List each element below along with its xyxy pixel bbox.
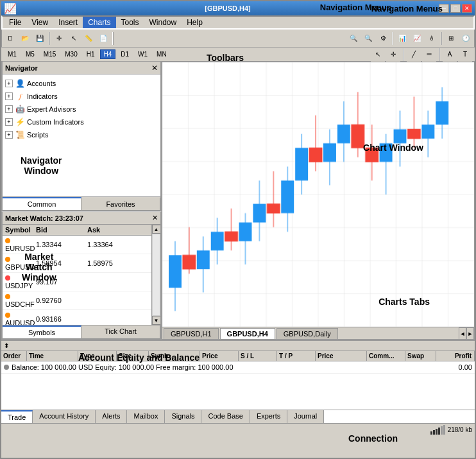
tf-d1[interactable]: D1 [117,49,133,59]
toolbar-sep2 [112,32,114,45]
tf-h4[interactable]: H4 [100,49,116,59]
chart-tab-daily[interactable]: GBPUSD,Daily [276,328,338,339]
toolbar-sep4 [441,32,442,45]
mw-symbol-eurusd: EURUSD [5,237,36,252]
market-watch-panel: Market Watch: 23:23:07 ✕ Symbol Bid Ask [1,211,162,340]
mw-content: Symbol Bid Ask EURUSD 1.33344 1.33364 GB… [3,225,160,325]
menu-charts[interactable]: Charts [83,17,115,28]
menu-tools[interactable]: Tools [116,17,144,28]
nav-expand-expert[interactable]: + [5,105,13,113]
terminal-tab-alerts[interactable]: Alerts [96,410,127,423]
nav-tab-common[interactable]: Common [3,197,81,210]
mw-scroll-up[interactable]: ▲ [152,225,161,234]
mw-row-gbpusd[interactable]: GBPUSD 1.58954 1.58975 [3,254,151,273]
terminal-col-swap: Swap [405,351,436,361]
minimize-btn[interactable]: ─ [439,4,449,13]
toolbar-chart-type1[interactable]: 📊 [395,31,409,46]
chart-area[interactable]: GBPUSD,H1 GBPUSD,H4 GBPUSD,Daily ◄ ► [162,62,475,340]
bar3 [436,429,438,435]
menu-insert[interactable]: Insert [53,17,83,28]
toolbar-clock[interactable]: 🕐 [459,31,473,46]
terminal-tab-codebase[interactable]: Code Base [201,410,250,423]
toolbar-grid[interactable]: ⊞ [444,31,458,46]
mw-row-audusd[interactable]: AUDUSD 0.93166 [3,310,151,325]
nav-tab-favorites[interactable]: Favorites [81,197,160,210]
nav-item-custom[interactable]: + ⚡ Custom Indicators [5,116,158,128]
nav-expand-accounts[interactable]: + [5,80,13,87]
mw-scrollbar[interactable]: ▲ ▼ [151,225,160,325]
mw-scroll-track[interactable] [152,234,160,316]
tf-cursor[interactable]: ↖ [371,48,385,62]
terminal-tab-signals[interactable]: Signals [165,410,201,423]
chart-tab-right[interactable]: ► [466,327,474,339]
bar4 [438,428,440,435]
status-connection-text: 218/0 kb [448,426,472,433]
toolbar-zoomout[interactable]: 🔍 [361,31,375,46]
mw-close-btn[interactable]: ✕ [152,214,158,222]
toolbar-cross[interactable]: ✛ [52,31,66,46]
terminal-tab-journal[interactable]: Journal [287,410,324,423]
nav-item-accounts[interactable]: + 👤 Accounts [5,77,158,90]
tf-mn[interactable]: MN [153,49,171,59]
toolbar-sep3 [392,32,393,45]
toolbar-arrow[interactable]: ↖ [67,31,81,46]
nav-item-expert[interactable]: + 🤖 Expert Advisors [5,103,158,116]
nav-expand-scripts[interactable]: + [5,131,13,139]
tf-text[interactable]: T [458,48,472,62]
bar5 [441,426,443,435]
menu-window[interactable]: Window [144,17,182,28]
mw-scroll-down[interactable]: ▼ [152,316,161,325]
tf-m30[interactable]: M30 [61,49,81,59]
menu-file[interactable]: File [4,17,26,28]
terminal-tab-account-history[interactable]: Account History [33,410,96,423]
mw-row-usdchf[interactable]: USDCHF 0.92760 [3,291,151,310]
tf-w1[interactable]: W1 [134,49,151,59]
mw-symbol-gbpusd: GBPUSD [5,255,36,271]
navigator-close-btn[interactable]: ✕ [151,64,158,73]
menu-help[interactable]: Help [182,17,208,28]
toolbar-new[interactable]: 🗋 [3,31,17,46]
tf-crosshair[interactable]: ✛ [386,48,400,62]
nav-expand-custom[interactable]: + [5,118,13,126]
toolbar-line[interactable]: 📏 [81,31,96,46]
mw-header: Market Watch: 23:23:07 ✕ [3,212,160,225]
tf-m1[interactable]: M1 [4,49,21,59]
mw-row-eurusd[interactable]: EURUSD 1.33344 1.33364 [3,236,151,254]
toolbar-zoomin[interactable]: 🔍 [346,31,361,46]
terminal-resize-icon[interactable]: ⬍ [4,342,9,349]
toolbar-properties[interactable]: ⚙ [376,31,390,46]
mw-tab-tickchart[interactable]: Tick Chart [81,325,160,338]
mw-tab-symbols[interactable]: Symbols [3,325,81,338]
menu-view[interactable]: View [26,17,53,28]
right-panel: GBPUSD,H1 GBPUSD,H4 GBPUSD,Daily ◄ ► [162,62,475,340]
mw-row-usdjpy[interactable]: USDJPY 99.107 [3,273,151,291]
navigator-header: Navigator ✕ [3,62,160,74]
tf-h1[interactable]: H1 [83,49,99,59]
restore-btn[interactable]: □ [450,4,461,13]
close-btn[interactable]: ✕ [462,4,472,13]
tf-a[interactable]: A [443,48,457,62]
indicators-icon: 𝑓 [15,91,25,101]
toolbar-page[interactable]: 📄 [96,31,110,46]
terminal-tab-mailbox[interactable]: Mailbox [127,410,165,423]
tf-hline[interactable]: ═ [422,48,436,62]
toolbar-chart-type3[interactable]: 🕯 [425,31,439,46]
chart-tab-h1[interactable]: GBPUSD,H1 [164,328,219,339]
toolbar-save[interactable]: 💾 [33,31,47,46]
tf-line[interactable]: ╱ [407,48,421,62]
mw-col-bid: Bid [36,226,87,234]
tf-m5[interactable]: M5 [22,49,38,59]
chart-tab-left[interactable]: ◄ [459,327,466,339]
tf-m15[interactable]: M15 [40,49,60,59]
nav-expand-indicators[interactable]: + [5,92,13,100]
nav-item-scripts[interactable]: + 📜 Scripts [5,128,158,141]
toolbar-chart-type2[interactable]: 📈 [410,31,424,46]
nav-label-expert: Expert Advisors [27,105,76,113]
toolbar-open[interactable]: 📂 [18,31,32,46]
terminal-tab-trade[interactable]: Trade [1,410,33,423]
mw-table-area: Symbol Bid Ask EURUSD 1.33344 1.33364 GB… [3,225,151,325]
nav-item-indicators[interactable]: + 𝑓 Indicators [5,90,158,103]
terminal-tab-experts[interactable]: Experts [250,410,287,423]
chart-tab-h4[interactable]: GBPUSD,H4 [220,328,275,339]
accounts-icon: 👤 [15,78,25,89]
